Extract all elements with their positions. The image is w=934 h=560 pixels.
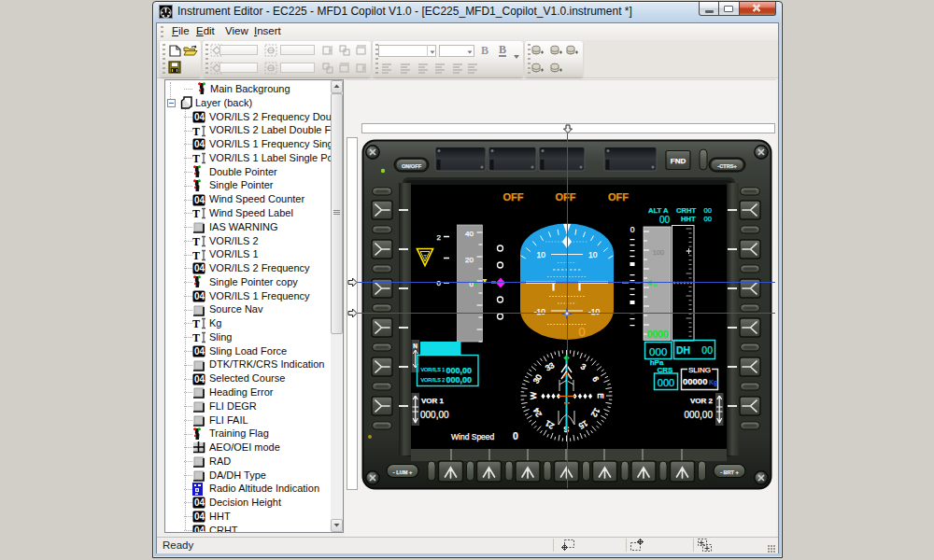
svg-text:T: T xyxy=(192,317,200,329)
svg-text:04: 04 xyxy=(194,346,205,357)
svg-text:T: T xyxy=(423,254,427,259)
svg-text:VOR/ILS 2: VOR/ILS 2 xyxy=(421,377,446,383)
svg-text:VOR 1: VOR 1 xyxy=(421,397,445,405)
svg-text:00: 00 xyxy=(701,344,713,356)
svg-text:- LUM +: - LUM + xyxy=(393,469,413,475)
svg-text:N: N xyxy=(413,343,417,349)
svg-text:0: 0 xyxy=(653,280,658,288)
svg-text:20: 20 xyxy=(465,256,474,264)
svg-text:40: 40 xyxy=(465,230,474,238)
svg-text:00: 00 xyxy=(704,215,712,223)
svg-text:000,00: 000,00 xyxy=(446,375,472,385)
svg-text:0: 0 xyxy=(470,280,474,288)
svg-text:T: T xyxy=(192,152,200,164)
svg-text:ALT A: ALT A xyxy=(648,206,669,215)
svg-text:000: 000 xyxy=(658,377,674,388)
svg-text:OFF: OFF xyxy=(503,191,524,203)
svg-text:000,00: 000,00 xyxy=(446,366,472,375)
svg-text:T: T xyxy=(192,249,200,261)
svg-text:T: T xyxy=(192,207,200,219)
svg-text:10: 10 xyxy=(588,250,598,259)
svg-text:HHT: HHT xyxy=(681,215,696,223)
svg-text:04: 04 xyxy=(194,525,205,532)
svg-text:OFF: OFF xyxy=(608,191,629,203)
svg-text:-10: -10 xyxy=(534,307,546,316)
svg-text:- BRT +: - BRT + xyxy=(720,469,739,475)
svg-text:0: 0 xyxy=(578,325,586,339)
svg-text:T: T xyxy=(192,125,200,137)
svg-text:W: W xyxy=(529,392,538,399)
svg-text:-CTRS+: -CTRS+ xyxy=(717,163,737,169)
svg-text:0: 0 xyxy=(630,225,635,234)
svg-text:000: 000 xyxy=(649,346,667,357)
svg-text:VOR 2: VOR 2 xyxy=(690,397,714,405)
svg-text:0: 0 xyxy=(437,279,442,287)
svg-text:00000: 00000 xyxy=(683,376,707,386)
svg-text:VOR/ILS 1: VOR/ILS 1 xyxy=(421,367,446,372)
svg-text:FND: FND xyxy=(671,157,686,165)
svg-text:T: T xyxy=(192,235,200,247)
svg-text:04: 04 xyxy=(194,195,205,205)
svg-text:ON/OFF: ON/OFF xyxy=(402,163,422,169)
svg-text:DH: DH xyxy=(676,344,690,356)
svg-text:04: 04 xyxy=(194,112,205,122)
svg-text:Kg: Kg xyxy=(709,379,717,386)
svg-text:000,00: 000,00 xyxy=(684,410,713,420)
svg-text:SLING: SLING xyxy=(688,366,711,374)
svg-text:0000: 0000 xyxy=(647,329,669,340)
svg-text:04: 04 xyxy=(194,263,205,273)
svg-text:04: 04 xyxy=(194,374,205,385)
svg-text:00: 00 xyxy=(659,215,671,225)
svg-text:OFF: OFF xyxy=(556,191,576,203)
svg-text:04: 04 xyxy=(194,139,205,149)
svg-text:10: 10 xyxy=(537,250,546,259)
svg-text:T: T xyxy=(192,331,200,343)
svg-text:000,00: 000,00 xyxy=(420,410,449,420)
svg-text:2: 2 xyxy=(437,233,442,242)
svg-text:E: E xyxy=(596,393,605,399)
svg-text:0: 0 xyxy=(513,430,518,441)
svg-text:00: 00 xyxy=(704,206,712,215)
svg-text:100: 100 xyxy=(653,248,665,257)
svg-text:04: 04 xyxy=(194,511,205,522)
svg-text:CRHT: CRHT xyxy=(676,206,696,215)
svg-text:04: 04 xyxy=(194,291,205,301)
svg-text:Wind Speed: Wind Speed xyxy=(451,432,495,441)
svg-text:-10: -10 xyxy=(588,307,601,316)
svg-text:04: 04 xyxy=(194,497,205,508)
